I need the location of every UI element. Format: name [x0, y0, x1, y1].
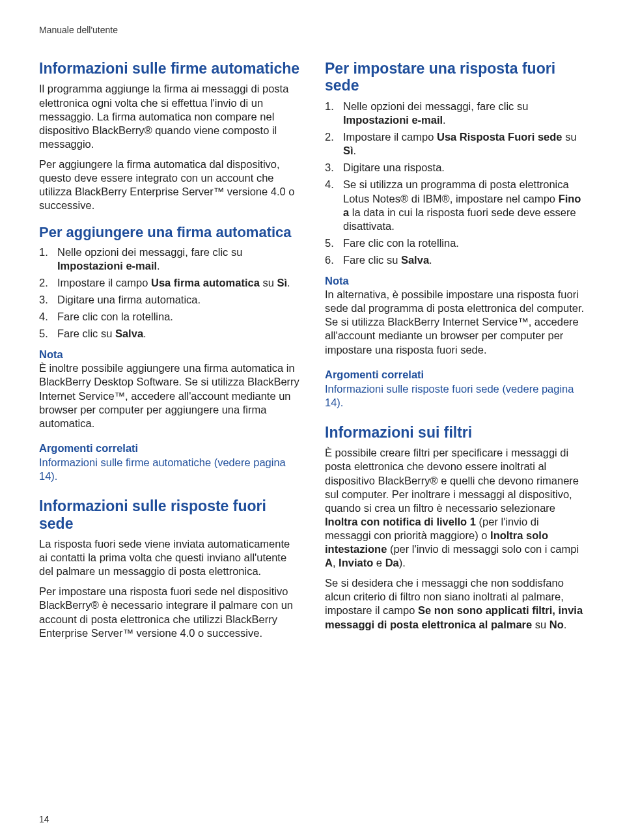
heading-add-signature: Per aggiungere una firma automatica — [39, 224, 300, 240]
left-column: Informazioni sulle firme automatiche Il … — [39, 60, 300, 647]
note-label: Nota — [39, 348, 300, 361]
heading-filters: Informazioni sui filtri — [325, 424, 586, 441]
page-number: 14 — [39, 814, 49, 824]
content-columns: Informazioni sulle firme automatiche Il … — [39, 60, 586, 647]
paragraph: La risposta fuori sede viene inviata aut… — [39, 537, 300, 578]
related-link[interactable]: Informazioni sulle firme automatiche (ve… — [39, 456, 300, 483]
paragraph: È possibile creare filtri per specificar… — [325, 446, 586, 570]
list-item: Nelle opzioni dei messaggi, fare clic su… — [39, 245, 300, 273]
heading-set-ooo: Per impostare una risposta fuori sede — [325, 60, 586, 94]
steps-list: Nelle opzioni dei messaggi, fare clic su… — [325, 100, 586, 267]
list-item: Fare clic con la rotellina. — [325, 236, 586, 250]
list-item: Fare clic su Salva. — [325, 253, 586, 267]
related-topics-label: Argomenti correlati — [325, 369, 586, 381]
heading-out-of-office: Informazioni sulle risposte fuori sede — [39, 497, 300, 532]
heading-auto-signatures: Informazioni sulle firme automatiche — [39, 60, 300, 77]
note-label: Nota — [325, 275, 586, 287]
paragraph: Se si desidera che i messaggi che non so… — [325, 576, 586, 631]
related-link[interactable]: Informazioni sulle risposte fuori sede (… — [325, 382, 586, 410]
list-item: Fare clic con la rotellina. — [39, 310, 300, 324]
list-item: Se si utilizza un programma di posta ele… — [325, 178, 586, 232]
related-topics-label: Argomenti correlati — [39, 442, 300, 455]
list-item: Impostare il campo Usa firma automatica … — [39, 276, 300, 290]
list-item: Fare clic su Salva. — [39, 327, 300, 341]
list-item: Impostare il campo Usa Risposta Fuori se… — [325, 130, 586, 158]
steps-list: Nelle opzioni dei messaggi, fare clic su… — [39, 245, 300, 341]
page-header: Manuale dell'utente — [39, 25, 586, 35]
right-column: Per impostare una risposta fuori sede Ne… — [325, 60, 586, 647]
note-text: In alternativa, è possibile impostare un… — [325, 288, 586, 357]
list-item: Digitare una firma automatica. — [39, 293, 300, 307]
list-item: Nelle opzioni dei messaggi, fare clic su… — [325, 100, 586, 127]
note-text: È inoltre possibile aggiungere una firma… — [39, 361, 300, 430]
paragraph: Il programma aggiunge la firma ai messag… — [39, 82, 300, 151]
paragraph: Per impostare una risposta fuori sede ne… — [39, 585, 300, 639]
paragraph: Per aggiungere la firma automatica dal d… — [39, 158, 300, 212]
list-item: Digitare una risposta. — [325, 161, 586, 175]
